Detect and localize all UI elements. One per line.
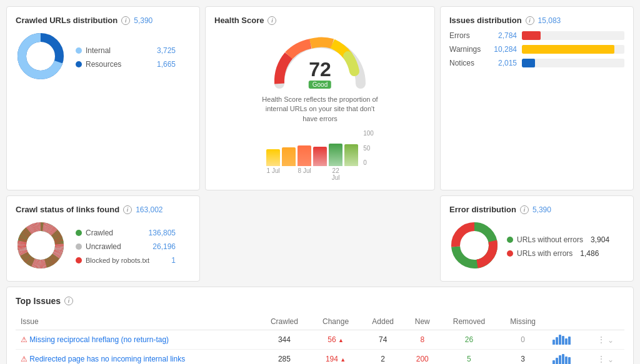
without-errors-value: 3,904	[591, 235, 609, 244]
issue-name[interactable]: Missing reciprocal hreflang (no return-t…	[29, 335, 169, 344]
issues-dist-total: 15,083	[538, 16, 561, 25]
crawl-donut	[16, 220, 66, 272]
crawled-dot	[76, 230, 82, 236]
actions-cell[interactable]: ⋮ ⌄	[587, 330, 624, 350]
with-errors-label: URLs with errors	[517, 249, 572, 258]
col-actions	[548, 313, 587, 330]
mini-bar	[556, 358, 558, 364]
top-issues-section: Top Issues i Issue Crawled Change Added …	[6, 287, 634, 364]
mini-bar	[565, 338, 568, 345]
errors-fill	[522, 31, 541, 40]
chart-y-labels: 100 50 0	[363, 129, 374, 166]
change-cell: 194 ▲	[311, 350, 361, 364]
col-change: Change	[311, 313, 361, 330]
expand-icon[interactable]: ⌄	[608, 336, 614, 345]
mini-bar	[568, 337, 571, 345]
health-score-info-icon[interactable]: i	[268, 16, 276, 25]
crawled-value: 136,805	[149, 229, 176, 237]
warnings-fill	[522, 45, 614, 54]
uncrawled-label: Uncrawled	[86, 242, 121, 251]
gauge-score: 72 Good	[309, 59, 331, 89]
legend-without-errors: URLs without errors 3,904	[507, 235, 609, 244]
health-chart-area: 1 Jul 8 Jul 22 Jul 100 50 0	[266, 129, 374, 181]
legend-uncrawled: Uncrawled 26,196	[76, 242, 176, 251]
without-errors-dot	[507, 237, 513, 243]
error-icon: ⚠	[21, 335, 28, 344]
uncrawled-value: 26,196	[152, 242, 176, 251]
change-cell: 56 ▲	[311, 330, 361, 350]
blocked-label: Blocked by robots.txt	[86, 257, 149, 264]
mini-bar	[556, 337, 558, 345]
minibars-cell	[548, 330, 587, 350]
missing-cell: 3	[498, 350, 548, 364]
resources-dot	[76, 61, 82, 67]
mini-bar	[552, 360, 555, 364]
crawl-legend: Crawled 136,805 Uncrawled 26,196 Blocked…	[76, 229, 176, 265]
crawled-cell: 285	[258, 350, 310, 364]
health-gauge: 72 Good	[270, 34, 370, 90]
warnings-row: Warnings 10,284	[449, 45, 624, 54]
resources-value: 1,665	[157, 60, 176, 69]
errors-row: Errors 2,784	[449, 31, 624, 40]
minibars-cell	[548, 350, 587, 364]
error-dist-info-icon[interactable]: i	[520, 205, 529, 214]
health-score-card: Health Score i 72 Good	[205, 6, 435, 190]
uncrawled-dot	[76, 243, 82, 250]
legend-with-errors: URLs with errors 1,486	[507, 249, 609, 258]
more-options-icon[interactable]: ⋮	[597, 354, 606, 364]
missing-cell: 0	[498, 330, 548, 350]
crawl-status-content: Crawled 136,805 Uncrawled 26,196 Blocked…	[16, 220, 191, 272]
col-added: Added	[361, 313, 405, 330]
actions-cell[interactable]: ⋮ ⌄	[587, 350, 624, 364]
svg-point-6	[22, 227, 59, 264]
mini-bar	[568, 357, 571, 364]
middle-spacer	[205, 195, 435, 282]
table-header-row: Issue Crawled Change Added New Removed M…	[16, 313, 624, 330]
crawled-urls-title: Crawled URLs distribution i 5,390	[16, 16, 191, 25]
more-options-icon[interactable]: ⋮	[597, 335, 606, 345]
mini-bar	[562, 336, 564, 345]
blocked-value: 1	[171, 256, 176, 265]
crawl-status-info-icon[interactable]: i	[123, 205, 132, 214]
crawled-urls-content: Internal 3,725 Resources 1,665	[16, 31, 191, 83]
errors-track	[522, 31, 624, 40]
with-errors-value: 1,486	[580, 249, 599, 258]
with-errors-dot	[507, 250, 513, 257]
table-row: ⚠ Redirected page has no incoming intern…	[16, 350, 624, 364]
new-cell: 8	[405, 330, 440, 350]
crawled-cell: 344	[258, 330, 310, 350]
health-description: Health Score reflects the proportion of …	[258, 95, 382, 124]
error-dist-total: 5,390	[532, 205, 551, 214]
mini-bar	[565, 357, 568, 364]
notices-fill	[522, 59, 535, 67]
expand-icon[interactable]: ⌄	[608, 355, 614, 364]
crawled-urls-legend: Internal 3,725 Resources 1,665	[76, 46, 176, 69]
mini-bars-container	[552, 354, 582, 364]
error-dist-title: Error distribution i 5,390	[449, 205, 624, 214]
issue-cell: ⚠ Missing reciprocal hreflang (no return…	[16, 330, 258, 350]
issue-name[interactable]: Redirected page has no incoming internal…	[29, 355, 185, 363]
removed-cell: 26	[440, 330, 499, 350]
added-cell: 2	[361, 350, 405, 364]
mini-bar	[559, 335, 561, 345]
top-issues-info-icon[interactable]: i	[64, 297, 73, 305]
bar-3	[298, 145, 311, 166]
table-row: ⚠ Missing reciprocal hreflang (no return…	[16, 330, 624, 350]
issues-table: Issue Crawled Change Added New Removed M…	[16, 313, 624, 364]
col-issue: Issue	[16, 313, 258, 330]
mini-bar	[562, 354, 564, 364]
mini-bar	[559, 355, 561, 364]
crawl-status-total: 163,002	[136, 205, 162, 214]
internal-dot	[76, 47, 82, 54]
health-bar-chart	[266, 129, 358, 166]
legend-blocked: Blocked by robots.txt 1	[76, 256, 176, 265]
crawled-urls-info-icon[interactable]: i	[121, 16, 130, 25]
without-errors-label: URLs without errors	[517, 235, 583, 244]
error-dist-legend: URLs without errors 3,904 URLs with erro…	[507, 235, 609, 258]
issues-dist-info-icon[interactable]: i	[526, 16, 534, 25]
crawled-donut-chart	[16, 31, 66, 83]
legend-crawled: Crawled 136,805	[76, 229, 176, 237]
bar-2	[282, 147, 296, 166]
crawled-urls-total: 5,390	[134, 16, 152, 25]
legend-internal: Internal 3,725	[76, 46, 176, 55]
